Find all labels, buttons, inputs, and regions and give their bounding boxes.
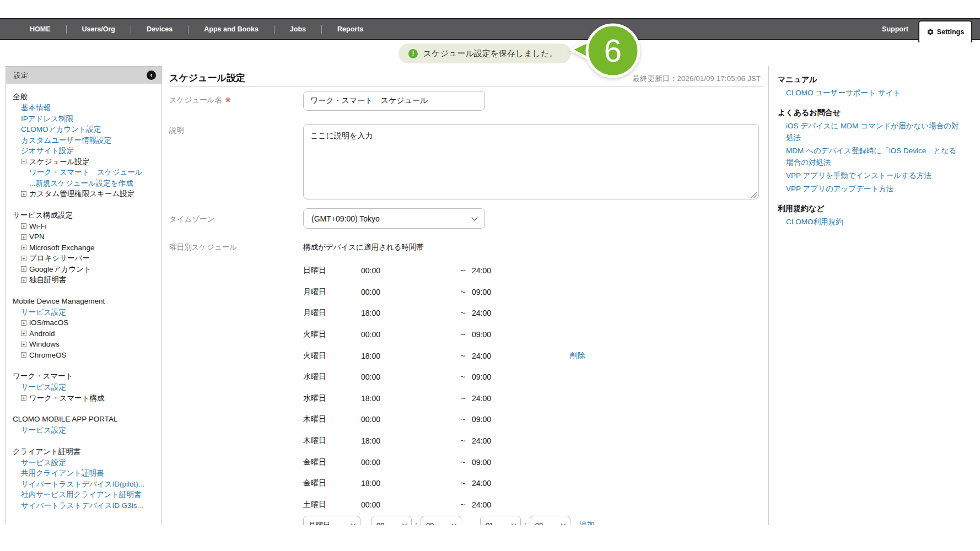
sidebar-item-cybertrust-g3[interactable]: サイバートラストデバイスID G3is... [13,500,157,511]
description-textarea[interactable]: ここに説明を入力 [303,124,759,199]
sidebar-item-work-smart-schedule[interactable]: ワーク・スマート スケジュール [13,167,157,178]
nav-jobs[interactable]: Jobs [274,25,321,33]
schedule-day: 木曜日 [303,436,326,446]
schedule-row: 月曜日 00:00 ～ 09:00 [303,282,689,303]
callout-number: 6 [604,33,622,68]
help-link-vpp-manual-install[interactable]: VPP アプリを手動でインストールする方法 [778,170,963,181]
plus-box-icon[interactable] [21,266,26,272]
schedule-row: 火曜日 18:00 ～ 24:00 削除 [303,345,689,366]
schedule-tilde: ～ [459,436,467,446]
sidebar-tree-chromeos[interactable]: ChromeOS [13,350,157,361]
sidebar-item-ws-service-settings[interactable]: サービス設定 [13,382,157,393]
sidebar-tree-ms-exchange[interactable]: Microsoft Exchange [13,242,157,253]
description-label: 説明 [169,126,184,136]
sidebar-nav: 全般 基本情報 IPアドレス制限 CLOMOアカウント設定 カスタムユーザー情報… [6,84,161,516]
schedule-end: 24:00 [472,309,491,317]
schedule-tilde: ～ [459,478,467,488]
sidebar-item-ip-restriction[interactable]: IPアドレス制限 [13,114,157,125]
sidebar-tree-label: スケジュール設定 [29,156,90,168]
schedule-name-input[interactable] [303,91,485,111]
sidebar-tree-work-smart-config[interactable]: ワーク・スマート構成 [13,393,157,404]
weekly-schedule-label: 曜日別スケジュール [169,242,237,252]
sidebar-tree-schedule-settings[interactable]: スケジュール設定 [13,156,157,168]
sidebar-section-mdm: Mobile Device Management [13,296,157,307]
sidebar-item-clomo-account[interactable]: CLOMOアカウント設定 [13,124,157,135]
schedule-tilde: ～ [459,351,467,361]
nav-users-org[interactable]: Users/Org [67,25,131,33]
sidebar-item-cc-service-settings[interactable]: サービス設定 [13,457,157,468]
sidebar-tree-google-account[interactable]: Googleアカウント [13,264,157,275]
schedule-tilde: ～ [459,372,467,382]
sidebar-tree-label: ChromeOS [29,350,67,361]
help-link-ios-device[interactable]: MDM へのデバイス登録時に「iOS Device」となる場合の対処法 [778,145,963,168]
help-link-mdm-command[interactable]: iOS デバイスに MDM コマンドが届かない場合の対処法 [778,120,963,143]
schedule-start: 18:00 [361,352,380,360]
sidebar-tree-label: プロキシサーバー [29,253,90,264]
schedule-row: 火曜日 00:00 ～ 09:00 [303,324,689,345]
plus-box-icon[interactable] [21,395,26,401]
sidebar-section-work-smart: ワーク・スマート [13,371,157,382]
schedule-day: 月曜日 [303,287,326,297]
nav-reports[interactable]: Reports [322,25,379,33]
delete-row-link[interactable]: 削除 [570,351,585,361]
tab-settings[interactable]: Settings [918,20,972,42]
sidebar-item-basic-info[interactable]: 基本情報 [13,102,157,114]
minus-box-icon[interactable] [21,159,26,164]
schedule-start: 18:00 [361,394,380,403]
gear-icon [927,28,934,36]
nav-devices[interactable]: Devices [131,25,188,33]
plus-box-icon[interactable] [21,331,26,336]
nav-home[interactable]: HOME [14,25,66,33]
schedule-start: 00:00 [361,500,380,509]
sidebar-section-map: CLOMO MOBILE APP PORTAL [13,414,157,425]
sidebar-tree-windows[interactable]: Windows [13,339,157,350]
plus-box-icon[interactable] [21,256,26,261]
plus-box-icon[interactable] [21,223,26,229]
sidebar-tree-custom-cert[interactable]: 独自証明書 [13,274,157,285]
sidebar-tree-label: Windows [29,339,60,350]
sidebar-tree-ios-macos[interactable]: iOS/macOS [13,317,157,328]
viewport-bottom-edge [0,525,980,551]
sidebar-item-map-service-settings[interactable]: サービス設定 [13,425,157,436]
help-link-vpp-update[interactable]: VPP アプリのアップデート方法 [778,183,963,195]
schedule-start: 00:00 [361,415,380,424]
plus-box-icon[interactable] [21,342,26,347]
timezone-select[interactable]: (GMT+09:00) Tokyo [303,208,485,229]
schedule-day: 月曜日 [303,308,326,318]
plus-box-icon[interactable] [21,234,26,240]
nav-support[interactable]: Support [882,19,908,39]
schedule-day: 水曜日 [303,372,326,382]
sidebar-item-new-schedule[interactable]: ...新規スケジュール設定を作成 [13,178,157,189]
help-link-user-support-site[interactable]: CLOMO ユーザーサポート サイト [778,87,963,99]
sidebar-item-custom-user-info[interactable]: カスタムユーザー情報設定 [13,135,157,146]
schedule-name-label-text: スケジュール名 [169,96,222,104]
sidebar-item-cybertrust-pilot[interactable]: サイバートラストデバイスID(pilot)... [13,479,157,490]
schedule-row: 水曜日 18:00 ～ 24:00 [303,388,689,409]
save-success-toast: ! スケジュール設定を保存しました。 [399,44,571,63]
sidebar-tree-wifi[interactable]: Wi-Fi [13,221,157,232]
plus-box-icon[interactable] [21,320,26,326]
sidebar-tree-vpn[interactable]: VPN [13,231,157,242]
plus-box-icon[interactable] [21,191,26,197]
plus-box-icon[interactable] [21,352,26,358]
sidebar-item-shared-client-cert[interactable]: 共用クライアント証明書 [13,468,157,479]
sidebar-tree-proxy-server[interactable]: プロキシサーバー [13,253,157,264]
sidebar-item-geosite[interactable]: ジオサイト設定 [13,145,157,156]
plus-box-icon[interactable] [21,277,26,283]
toast-message: スケジュール設定を保存しました。 [423,48,558,59]
help-link-clomo-terms[interactable]: CLOMO利用規約 [778,216,963,228]
nav-apps-and-books[interactable]: Apps and Books [189,25,274,33]
sidebar-item-mdm-service-settings[interactable]: サービス設定 [13,307,157,318]
sidebar-collapse-button[interactable]: ‹ [147,71,156,80]
sidebar-tree-custom-admin-scheme[interactable]: カスタム管理権限スキーム設定 [13,188,157,199]
tab-settings-label: Settings [937,28,964,36]
chevron-down-icon [471,214,477,220]
sidebar-tree-label: 独自証明書 [29,274,67,285]
sidebar-tree-android[interactable]: Android [13,328,157,339]
sidebar-section-general: 全般 [13,91,157,102]
plus-box-icon[interactable] [21,245,26,250]
help-section-terms: 利用規約など [778,202,963,214]
timezone-value: (GMT+09:00) Tokyo [311,214,472,223]
sidebar-item-internal-client-cert[interactable]: 社内サービス用クライアント証明書 [13,489,157,500]
help-panel: マニュアル CLOMO ユーザーサポート サイト よくあるお問合せ iOS デバ… [778,73,963,228]
